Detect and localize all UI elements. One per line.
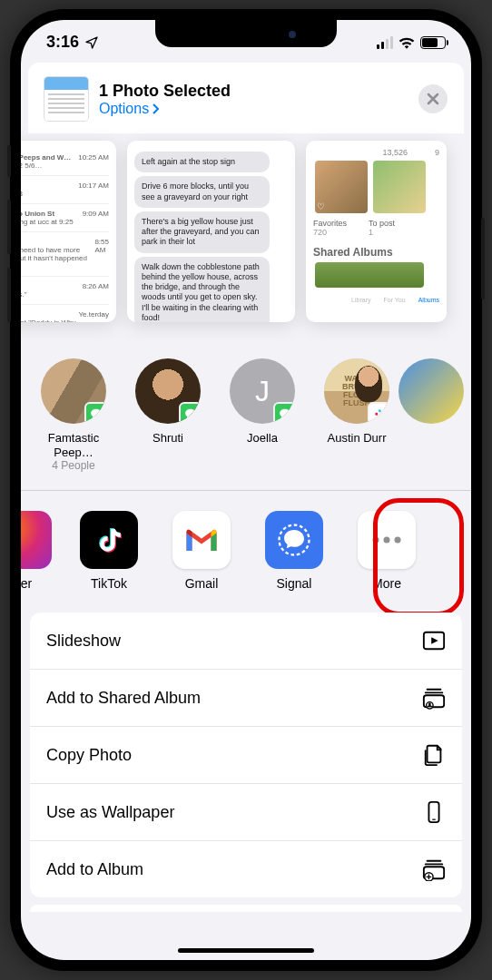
app-label: More [351,576,422,591]
svg-rect-17 [425,864,443,866]
svg-rect-1 [379,409,381,412]
app-signal[interactable]: Signal [259,511,330,591]
messages-list-card[interactable]: Famtastic Peeps and W…Quordle 332 5/6…10… [21,141,116,322]
volume-up [7,200,11,254]
more-icon [358,511,416,569]
battery-icon [420,36,446,49]
photo-thumbnail[interactable] [44,77,88,121]
volume-down [7,268,11,322]
action-slideshow[interactable]: Slideshow [30,612,462,670]
action-label: Slideshow [46,632,121,651]
options-button[interactable]: Options [99,101,408,117]
share-sheet-header: 1 Photo Selected Options [28,63,464,133]
header-title: 1 Photo Selected [99,82,408,101]
slack-badge-icon [368,402,389,424]
share-contacts-row: Famtastic Peep… 4 People Shruti J Joella… [21,337,471,490]
shared-album-thumb [315,262,424,288]
action-label: Add to Shared Album [46,689,201,708]
share-actions-list: Slideshow Add to Shared Album Copy Photo… [30,612,462,897]
wifi-icon [399,36,415,49]
svg-rect-9 [427,689,442,691]
contact-austin-durr[interactable]: WASHBRUSHFLOSSFLUSH Austin Durr [322,358,391,472]
svg-rect-16 [427,860,442,862]
home-indicator[interactable] [178,948,314,953]
wallpaper-icon [422,800,446,824]
app-gmail[interactable]: Gmail [166,511,237,591]
action-copy-photo[interactable]: Copy Photo [30,727,462,784]
mute-switch [7,145,11,177]
app-label: TikTok [74,576,144,591]
app-label: Signal [259,576,330,591]
app-tiktok[interactable]: TikTok [74,511,144,591]
svg-rect-3 [379,416,381,418]
imessage-badge-icon [273,402,295,424]
svg-rect-2 [381,413,384,416]
next-section-peek [30,905,462,912]
contact-overflow[interactable] [417,358,444,472]
photo-topost-thumb [373,161,426,213]
contact-sub: 4 People [39,459,108,472]
svg-point-5 [373,537,379,544]
imessage-badge-icon [179,402,201,424]
app-label: ger [21,576,52,591]
photos-card[interactable]: 13,5269 ♡ Favorites720 To post1 Shared A… [306,141,447,322]
action-add-shared-album[interactable]: Add to Shared Album [30,670,462,727]
contact-famtastic-peeps[interactable]: Famtastic Peep… 4 People [39,358,108,472]
svg-point-6 [384,537,390,544]
contact-name: Famtastic Peep… [39,431,108,459]
notch [155,20,337,47]
contact-joella[interactable]: J Joella [228,358,297,472]
action-label: Copy Photo [46,746,132,765]
contact-name: Joella [228,431,297,446]
chevron-right-icon [153,103,160,114]
svg-rect-0 [375,413,378,416]
message-bubble: There's a big yellow house just after th… [134,211,270,253]
shared-albums-heading: Shared Albums [313,246,439,259]
svg-rect-15 [432,819,436,820]
messenger-icon [21,511,52,569]
conversation-card[interactable]: Left again at the stop sign Drive 6 more… [127,141,295,322]
imessage-badge-icon [84,402,106,424]
share-apps-row: ger TikTok Gmail Signal [21,491,471,612]
signal-icon [265,511,323,569]
action-use-wallpaper[interactable]: Use as Wallpaper [30,784,462,841]
app-label: Gmail [166,576,237,591]
action-label: Use as Wallpaper [46,803,174,822]
photo-favorites-thumb: ♡ [315,161,368,213]
message-bubble: Left again at the stop sign [134,152,270,172]
contact-name: Austin Durr [322,431,391,446]
message-bubble: Drive 6 more blocks, until you see a gra… [134,176,270,208]
close-icon [427,93,439,105]
cellular-signal-icon [377,36,393,49]
status-time: 3:16 [46,33,79,52]
app-more[interactable]: More [351,511,422,591]
options-label: Options [99,101,149,117]
location-icon [84,35,99,50]
power-button [481,218,485,299]
gmail-icon [172,511,231,569]
svg-rect-10 [425,692,443,694]
shared-album-icon [422,686,446,710]
svg-point-7 [395,537,401,544]
tiktok-icon [80,511,138,569]
action-label: Add to Album [46,860,143,879]
phone-frame: 3:16 1 Photo Selected Options [10,9,482,971]
app-switcher-cards: Famtastic Peeps and W…Quordle 332 5/6…10… [21,133,471,337]
action-add-album[interactable]: Add to Album [30,841,462,897]
copy-icon [422,743,446,767]
add-album-icon [422,858,446,881]
app-messenger[interactable]: ger [21,511,52,591]
message-bubble: Walk down the cobblestone path behind th… [134,257,270,323]
play-icon [422,629,446,652]
contact-shruti[interactable]: Shruti [133,358,202,472]
close-button[interactable] [418,84,448,113]
contact-name: Shruti [133,431,202,446]
